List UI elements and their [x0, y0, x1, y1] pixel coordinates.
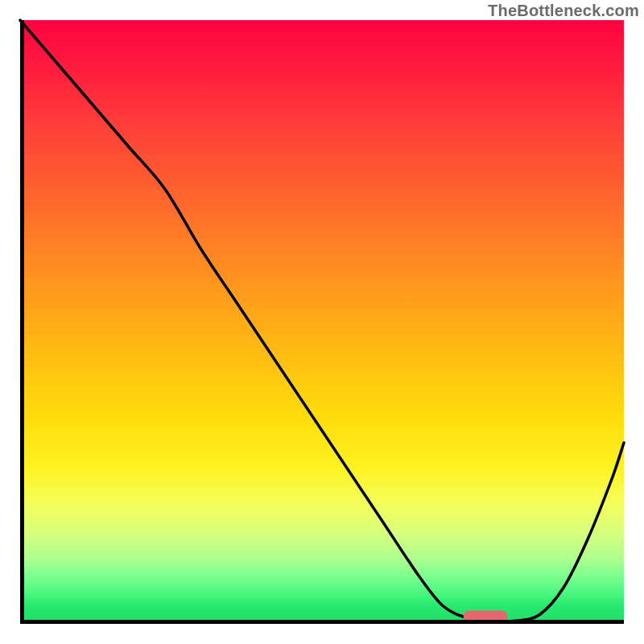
plot-area [20, 20, 624, 624]
curve-svg [20, 20, 624, 624]
optimum-marker [463, 611, 507, 623]
watermark-text: TheBottleneck.com [488, 2, 639, 20]
chart-root: TheBottleneck.com [0, 0, 644, 644]
bottleneck-curve [20, 20, 624, 621]
